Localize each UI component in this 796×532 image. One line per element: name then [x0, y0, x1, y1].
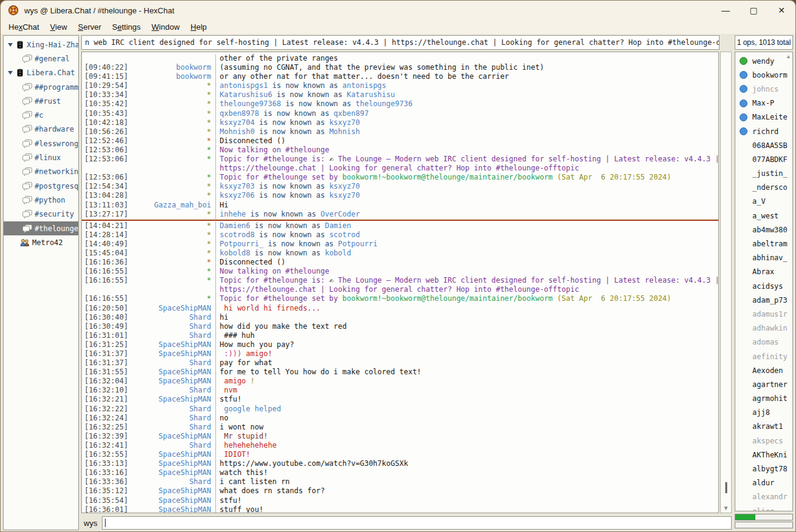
tree-item-metro42[interactable]: Metro42 — [4, 235, 78, 249]
menu-view[interactable]: View — [45, 21, 73, 33]
user-adhawkin[interactable]: adhawkin — [735, 322, 792, 335]
nick[interactable] — [132, 285, 215, 294]
nick[interactable]: Shard — [132, 405, 215, 414]
nick[interactable]: * — [132, 146, 215, 155]
collapse-arrow-icon[interactable] — [8, 71, 13, 75]
nick[interactable]: * — [132, 191, 215, 200]
tree-item--security[interactable]: #security — [4, 207, 78, 221]
nick[interactable]: Shard — [132, 313, 215, 322]
nick[interactable]: SpaceShipMAN — [132, 304, 215, 313]
nick[interactable]: SpaceShipMAN — [132, 468, 215, 477]
user-adamus1r[interactable]: adamus1r — [735, 307, 792, 321]
nick[interactable]: * — [132, 231, 215, 240]
nick[interactable]: * — [132, 81, 215, 90]
nick[interactable]: SpaceShipMAN — [132, 395, 215, 404]
user-acidsys[interactable]: acidsys — [735, 279, 792, 293]
scroll-down-arrow-icon[interactable]: ▼ — [721, 505, 731, 511]
user-077abdkf[interactable]: 077ABDKF — [735, 152, 792, 166]
tree-item--programm[interactable]: ##programm — [4, 80, 78, 94]
nick[interactable]: SpaceShipMAN — [132, 340, 215, 349]
nick[interactable]: * — [132, 221, 215, 231]
menu-settings[interactable]: Settings — [107, 21, 146, 33]
nick[interactable]: SpaceShipMAN — [132, 368, 215, 377]
nick[interactable]: Shard — [132, 386, 215, 395]
user-ajj8[interactable]: ajj8 — [735, 406, 792, 420]
tree-item--rust[interactable]: ##rust — [4, 94, 78, 108]
user-agartner[interactable]: agartner — [735, 377, 792, 391]
nick[interactable]: * — [132, 127, 215, 136]
nick[interactable]: * — [132, 276, 215, 285]
nick[interactable]: bookworm — [132, 72, 215, 81]
nick[interactable]: SpaceShipMAN — [132, 450, 215, 459]
user-akthekni[interactable]: AKTheKni — [735, 448, 792, 462]
titlebar[interactable]: wys @ Libera.Chat / #thelounge - HexChat… — [1, 1, 795, 20]
user-aexoden[interactable]: Aexoden — [735, 363, 792, 377]
user-bookworm[interactable]: bookworm — [735, 68, 792, 82]
message-input[interactable] — [102, 516, 732, 530]
nick[interactable]: Shard — [132, 423, 215, 432]
user-max-p[interactable]: Max-P — [735, 96, 792, 110]
nick[interactable]: * — [132, 109, 215, 118]
nick[interactable]: SpaceShipMAN — [132, 432, 215, 441]
user-abhinav_[interactable]: abhinav_ — [735, 251, 792, 265]
close-button[interactable]: ✕ — [767, 1, 795, 20]
nick[interactable]: * — [132, 182, 215, 191]
nick[interactable]: Shard — [132, 322, 215, 331]
nick[interactable]: SpaceShipMAN — [132, 349, 215, 359]
nick[interactable]: * — [132, 155, 215, 164]
nick[interactable]: * — [132, 267, 215, 276]
chat-scrollbar[interactable]: ▼ — [720, 52, 732, 513]
nick[interactable]: SpaceShipMAN — [132, 505, 215, 513]
user-_justin_[interactable]: _justin_ — [735, 167, 792, 181]
tree-item--thelounge[interactable]: #thelounge — [4, 221, 78, 235]
nick[interactable]: SpaceShipMAN — [132, 496, 215, 505]
maximize-button[interactable]: ▢ — [740, 1, 767, 20]
user-abeltram[interactable]: abeltram — [735, 237, 792, 251]
user-aefinity[interactable]: aefinity — [735, 349, 792, 363]
nick[interactable]: SpaceShipMAN — [132, 377, 215, 386]
nick[interactable]: * — [132, 249, 215, 258]
user-ab4mw380[interactable]: ab4mw380 — [735, 223, 792, 237]
nick[interactable]: Shard — [132, 359, 215, 368]
menu-server[interactable]: Server — [73, 21, 107, 33]
menu-window[interactable]: Window — [146, 21, 185, 33]
menu-hexchat[interactable]: HexChat — [3, 21, 45, 33]
nick[interactable]: SpaceShipMAN — [132, 459, 215, 468]
tree-item--c[interactable]: #c — [4, 108, 78, 122]
tree-item--general[interactable]: #general — [4, 52, 78, 66]
user-a_west[interactable]: a_west — [735, 209, 792, 223]
menu-help[interactable]: Help — [185, 21, 212, 33]
nick[interactable]: * — [132, 136, 215, 146]
user-richrd[interactable]: richrd — [735, 124, 792, 138]
user-akrawt1[interactable]: akrawt1 — [735, 420, 792, 434]
user-alice[interactable]: alice — [735, 504, 792, 511]
nick[interactable]: * — [132, 258, 215, 267]
nick[interactable]: Shard — [132, 441, 215, 450]
nick[interactable]: * — [132, 240, 215, 249]
minimize-button[interactable]: — — [712, 1, 740, 20]
chat-message-area[interactable]: other of the private ranges[09:40:22]boo… — [81, 52, 719, 513]
chat-scrollbar-thumb[interactable] — [725, 482, 727, 493]
user-albygt78[interactable]: albygt78 — [735, 462, 792, 476]
nick[interactable]: * — [132, 99, 215, 109]
user-068aa5sb[interactable]: 068AA5SB — [735, 138, 792, 152]
nick[interactable]: Shard — [132, 331, 215, 340]
tree-item--lesswrong[interactable]: #lesswrong — [4, 136, 78, 150]
topic-bar[interactable]: n web IRC client designed for self-hosti… — [81, 35, 720, 50]
user-agrmohit[interactable]: agrmohit — [735, 392, 792, 406]
tree-item--linux[interactable]: #linux — [4, 150, 78, 164]
user-abrax[interactable]: Abrax — [735, 265, 792, 279]
nick[interactable]: * — [132, 294, 215, 303]
nick[interactable]: * — [132, 210, 215, 219]
user-akspecs[interactable]: akspecs — [735, 434, 792, 448]
nick[interactable]: Shard — [132, 477, 215, 487]
user-adomas[interactable]: adomas — [735, 335, 792, 349]
nick[interactable]: * — [132, 118, 215, 127]
nick[interactable]: bookworm — [132, 63, 215, 72]
user-johncs[interactable]: johncs — [735, 82, 792, 96]
tree-item--hardware[interactable]: #hardware — [4, 123, 78, 136]
user-adam_p73[interactable]: adam_p73 — [735, 293, 792, 307]
tree-item--networkin[interactable]: #networkin — [4, 165, 78, 179]
nick[interactable] — [132, 54, 215, 63]
nick[interactable]: * — [132, 90, 215, 99]
